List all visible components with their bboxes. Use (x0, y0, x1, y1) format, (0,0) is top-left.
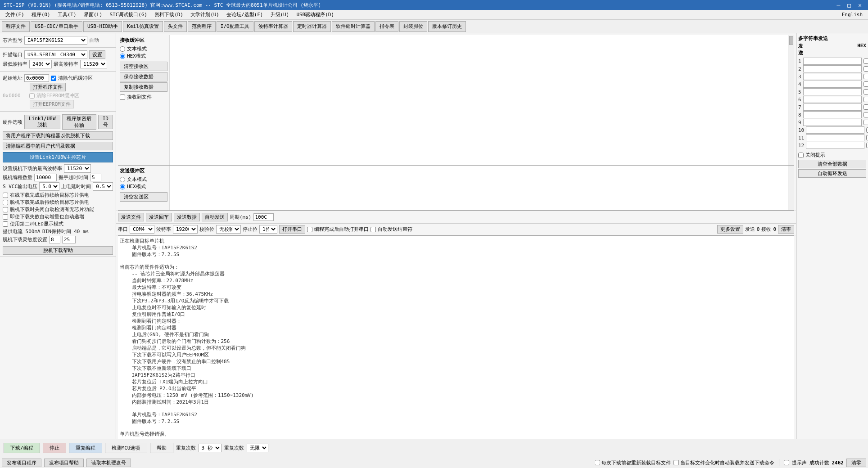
row-check-12[interactable] (866, 143, 868, 148)
check-led-mode[interactable] (3, 221, 8, 227)
port-select[interactable]: USB-SERIAL CH340 (COM10) (24, 50, 87, 59)
menu-program[interactable]: 程序(O) (28, 10, 54, 19)
clear-count-btn[interactable]: 清零 (778, 225, 794, 234)
sens1-input[interactable] (49, 236, 60, 243)
send-data-btn[interactable]: 发送数据 (174, 213, 200, 221)
auto-send-end-check[interactable] (371, 227, 376, 232)
times-select[interactable]: 无限 (247, 444, 268, 452)
auto-send-btn[interactable]: 自动发送 (202, 213, 228, 221)
check-keep-power1[interactable] (3, 193, 8, 198)
download-btn[interactable]: 下载/编程 (4, 443, 40, 453)
row-check-10[interactable] (866, 127, 868, 133)
row-check-5[interactable] (863, 89, 868, 94)
tab-id[interactable]: ID号 (98, 115, 113, 129)
row-check-6[interactable] (863, 97, 868, 102)
row-input-9[interactable] (803, 119, 862, 126)
menu-tools[interactable]: 工具(T) (54, 10, 80, 19)
row-input-12[interactable] (806, 142, 864, 149)
row-input-7[interactable] (803, 104, 862, 111)
clear-recv-btn[interactable]: 清空接收区 (120, 62, 167, 71)
baud-s-select[interactable]: 19200 (173, 225, 198, 234)
tab-encrypt[interactable]: 程序加密后传输 (62, 114, 96, 130)
port-settings-btn[interactable]: 设置 (89, 50, 105, 59)
handshake-input[interactable] (90, 174, 101, 181)
clear-send-btn[interactable]: 清空发送区 (120, 192, 167, 202)
reprog-btn[interactable]: 重复编程 (69, 443, 102, 453)
toolbar-package[interactable]: 封装脚位 (399, 21, 427, 32)
row-input-6[interactable] (803, 96, 862, 103)
menu-upgrade[interactable]: 升级(U) (267, 10, 293, 19)
baud-min-select[interactable]: 2400 (29, 60, 52, 68)
help-btn[interactable]: 帮助 (150, 443, 173, 453)
baud-max-select[interactable]: 115200 (80, 60, 107, 68)
open-prog-btn[interactable]: 打开程序文件 (30, 83, 66, 91)
close-btn[interactable]: ✕ (855, 2, 864, 9)
period-input[interactable] (253, 213, 274, 221)
toolbar-baud-calc[interactable]: 波特率计算器 (254, 21, 292, 32)
prog-times-input[interactable] (34, 174, 57, 181)
menu-ui[interactable]: 界面(L) (80, 10, 106, 19)
toolbar-header[interactable]: 头文件 (164, 21, 187, 32)
auto-load-check[interactable] (674, 460, 679, 465)
stop-s-select[interactable]: 1位 (259, 225, 277, 234)
row-input-2[interactable] (803, 65, 862, 72)
row-check-9[interactable] (863, 120, 868, 125)
start-addr-input[interactable] (24, 74, 49, 82)
send-return-btn[interactable]: 发送回车 (146, 213, 172, 221)
reload-check[interactable] (595, 460, 600, 465)
recv-hex-radio[interactable] (120, 54, 125, 59)
power-on-select[interactable]: 0.5 s (93, 182, 113, 191)
baud-download-select[interactable]: 115200 (64, 164, 91, 173)
sens2-input[interactable] (62, 236, 76, 243)
menu-lang[interactable]: English (838, 11, 866, 18)
toolbar-instructions[interactable]: 指令表 (375, 21, 398, 32)
erase-code-check[interactable] (51, 76, 56, 81)
toolbar-usb-cdc[interactable]: USB-CDC/串口助手 (31, 21, 82, 32)
hint-check[interactable] (784, 460, 789, 465)
menu-usb-driver[interactable]: USB驱动程序(D) (293, 10, 338, 19)
toolbar-io-config[interactable]: I/O配置工具 (217, 21, 253, 32)
detect-btn[interactable]: 检测MCU选项 (105, 443, 147, 453)
action2-btn[interactable]: 清除编程器中的用户代码及数据 (3, 142, 113, 150)
copy-recv-btn[interactable]: 复制接收数据 (120, 82, 167, 92)
send-text-radio[interactable] (120, 177, 125, 182)
open-port-btn[interactable]: 打开串口 (279, 225, 305, 234)
offline-help-btn[interactable]: 脱机下载帮助 (3, 246, 113, 255)
svcc-select[interactable]: 5.0 V (39, 182, 59, 191)
row-input-3[interactable] (803, 73, 862, 80)
maximize-btn[interactable]: □ (845, 2, 854, 9)
chip-type-select[interactable]: IAP15F2K61S2 (24, 36, 87, 45)
toolbar-keil[interactable]: Keil仿真设置 (123, 21, 163, 32)
auto-open-check[interactable] (307, 227, 312, 232)
toolbar-delay-calc[interactable]: 软件延时计算器 (332, 21, 375, 32)
row-check-11[interactable] (866, 135, 868, 140)
read-chip-btn[interactable]: 读取本机硬盘号 (86, 459, 131, 467)
row-input-8[interactable] (803, 111, 862, 118)
toolbar-examples[interactable]: 范例程序 (188, 21, 216, 32)
save-recv-btn[interactable]: 保存接收数据 (120, 72, 167, 81)
send-textarea[interactable] (170, 166, 788, 210)
recv-to-file-check[interactable] (120, 94, 125, 100)
action1-btn[interactable]: 将用户程序下载到编程器以供脱机下载 (3, 131, 113, 140)
row-check-3[interactable] (863, 74, 868, 79)
repeat-select[interactable]: 3 秒 (199, 444, 222, 452)
minimize-btn[interactable]: ─ (834, 2, 843, 9)
send-hex-radio[interactable] (120, 184, 125, 189)
check-s-select[interactable]: 无校验 (216, 225, 241, 234)
send-scrollbar[interactable] (788, 166, 794, 210)
recv-text-radio[interactable] (120, 46, 125, 52)
menu-stc-debug[interactable]: STC调试接口(G) (106, 10, 151, 19)
auto-loop-btn[interactable]: 自动循环发送 (798, 169, 866, 178)
close-hint-check[interactable] (798, 153, 804, 158)
row-input-5[interactable] (803, 88, 862, 95)
row-check-2[interactable] (863, 66, 868, 72)
toolbar-usb-hid[interactable]: USB-HID助手 (83, 21, 122, 32)
row-input-11[interactable] (806, 134, 864, 141)
check-keep-power2[interactable] (3, 200, 8, 205)
row-check-7[interactable] (863, 104, 868, 110)
toolbar-program-file[interactable]: 程序文件 (2, 21, 30, 32)
row-check-1[interactable] (863, 58, 868, 64)
row-check-4[interactable] (863, 81, 868, 87)
toolbar-timer-calc[interactable]: 定时器计算器 (293, 21, 331, 32)
row-check-8[interactable] (863, 112, 868, 117)
